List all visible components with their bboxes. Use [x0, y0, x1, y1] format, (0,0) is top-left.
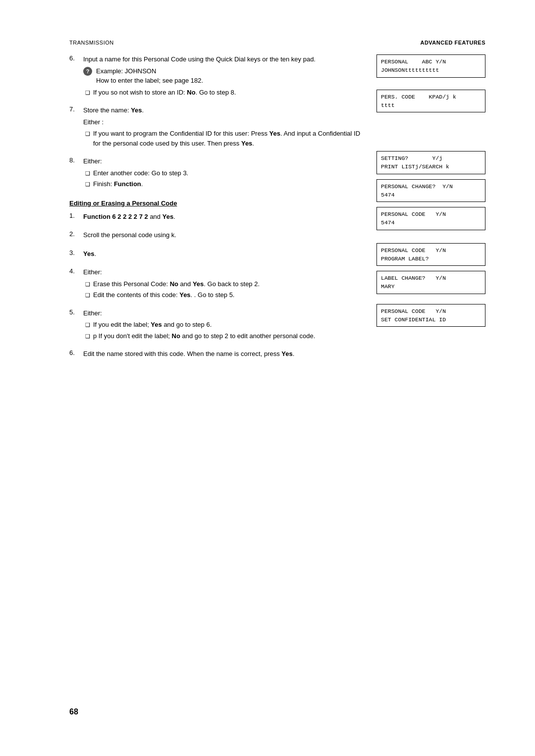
- edit-step-4-sublist: ❑ Erase this Personal Code: No and Yes. …: [85, 279, 362, 300]
- edit-step-5: 5. Either: ❑ If you edit the label; Yes …: [69, 308, 362, 343]
- section-heading: Editing or Erasing a Personal Code: [69, 200, 362, 207]
- step-8-sublist: ❑ Enter another code: Go to step 3. ❑ Fi…: [85, 168, 362, 189]
- header-right: ADVANCED FEATURES: [420, 40, 485, 46]
- step-8-number: 8.: [69, 156, 83, 164]
- right-column: PERSONAL ABC Y/N JOHNSONtttttttttt PERS.…: [376, 54, 485, 368]
- edit-step-5-subitem-2: ❑ p If you don't edit the label; No and …: [85, 331, 362, 341]
- header-left: TRANSMISSION: [69, 40, 114, 46]
- step-7-either: Either :: [83, 117, 362, 127]
- question-icon: ?: [83, 67, 92, 76]
- step-7-subitem-1-text: If you want to program the Confidential …: [93, 129, 362, 148]
- edit-step-4-subitem-2-text: Edit the contents of this code: Yes. . G…: [93, 290, 234, 300]
- step-6-subitem-1-text: If you so not wish to store an ID: No. G…: [93, 88, 236, 98]
- example-text: Example: JOHNSON How to enter the label;…: [96, 66, 203, 86]
- checkbox-icon-7: ❑: [85, 321, 90, 329]
- step-8: 8. Either: ❑ Enter another code: Go to s…: [69, 156, 362, 191]
- edit-step-5-subitem-1: ❑ If you edit the label; Yes and go to s…: [85, 320, 362, 330]
- checkbox-icon-2: ❑: [85, 130, 90, 138]
- edit-step-1-number: 1.: [69, 212, 83, 219]
- edit-step-6-number: 6.: [69, 349, 83, 356]
- step-8-text: Either:: [83, 156, 362, 166]
- step-6-text: Input a name for this Personal Code usin…: [83, 54, 362, 64]
- step-6-subitem-1: ❑ If you so not wish to store an ID: No.…: [85, 88, 362, 98]
- edit-step-1-content: Function 6 2 2 2 2 7 2 and Yes.: [83, 212, 362, 224]
- edit-step-3-text: Yes.: [83, 249, 362, 259]
- checkbox-icon-3: ❑: [85, 169, 90, 178]
- step-7-text: Store the name: Yes.: [83, 105, 362, 115]
- edit-step-4-number: 4.: [69, 267, 83, 275]
- edit-step-4-subitem-2: ❑ Edit the contents of this code: Yes. .…: [85, 290, 362, 300]
- step-7-sublist: ❑ If you want to program the Confidentia…: [85, 129, 362, 148]
- edit-step-1-text: Function 6 2 2 2 2 7 2 and Yes.: [83, 212, 362, 222]
- edit-step-6-content: Edit the name stored with this code. Whe…: [83, 349, 362, 361]
- edit-step-3-number: 3.: [69, 249, 83, 256]
- edit-step-2-text: Scroll the personal code using k.: [83, 230, 362, 240]
- edit-step-3: 3. Yes.: [69, 249, 362, 261]
- edit-step-2-number: 2.: [69, 230, 83, 238]
- main-content: 6. Input a name for this Personal Code u…: [69, 54, 485, 368]
- edit-step-5-subitem-1-text: If you edit the label; Yes and go to ste…: [93, 320, 212, 330]
- step-8-content: Either: ❑ Enter another code: Go to step…: [83, 156, 362, 191]
- edit-step-2: 2. Scroll the personal code using k.: [69, 230, 362, 242]
- step-7-subitem-1: ❑ If you want to program the Confidentia…: [85, 129, 362, 148]
- lcd-step-7-pers-code: PERS. CODE KPAD/j k tttt: [376, 90, 485, 113]
- lcd-edit-step-6: PERSONAL CODE Y/N SET CONFIDENTIAL ID: [376, 304, 485, 327]
- edit-step-5-sublist: ❑ If you edit the label; Yes and go to s…: [85, 320, 362, 341]
- edit-step-3-content: Yes.: [83, 249, 362, 261]
- checkbox-icon-1: ❑: [85, 89, 90, 97]
- edit-step-5-subitem-2-text: p If you don't edit the label; No and go…: [93, 331, 315, 341]
- edit-step-6: 6. Edit the name stored with this code. …: [69, 349, 362, 361]
- step-6: 6. Input a name for this Personal Code u…: [69, 54, 362, 99]
- step-8-subitem-1-text: Enter another code: Go to step 3.: [93, 168, 188, 178]
- step-7: 7. Store the name: Yes. Either : ❑ If yo…: [69, 105, 362, 150]
- lcd-edit-step-1: SETTING? Y/j PRINT LISTj/SEARCH k: [376, 151, 485, 174]
- checkbox-icon-8: ❑: [85, 332, 90, 341]
- checkbox-icon-4: ❑: [85, 180, 90, 189]
- lcd-step-6-personal: PERSONAL ABC Y/N JOHNSONtttttttttt: [376, 54, 485, 78]
- example-line2: How to enter the label; see page 182.: [96, 77, 203, 84]
- step-8-subitem-1: ❑ Enter another code: Go to step 3.: [85, 168, 362, 178]
- edit-step-6-text: Edit the name stored with this code. Whe…: [83, 349, 362, 359]
- checkbox-icon-6: ❑: [85, 291, 90, 300]
- left-column: 6. Input a name for this Personal Code u…: [69, 54, 362, 368]
- edit-step-4-text: Either:: [83, 267, 362, 277]
- step-7-number: 7.: [69, 105, 83, 113]
- page-header: TRANSMISSION ADVANCED FEATURES: [69, 40, 485, 46]
- page-number: 68: [69, 707, 78, 716]
- lcd-edit-step-2: PERSONAL CHANGE? Y/N 5474: [376, 179, 485, 202]
- edit-step-5-text: Either:: [83, 308, 362, 318]
- lcd-edit-step-5: LABEL CHANGE? Y/N MARY: [376, 271, 485, 294]
- lcd-edit-step-4: PERSONAL CODE Y/N PROGRAM LABEL?: [376, 243, 485, 266]
- edit-step-4-content: Either: ❑ Erase this Personal Code: No a…: [83, 267, 362, 302]
- checkbox-icon-5: ❑: [85, 280, 90, 289]
- edit-step-5-number: 5.: [69, 308, 83, 316]
- step-8-subitem-2-text: Finish: Function.: [93, 179, 143, 189]
- edit-step-4: 4. Either: ❑ Erase this Personal Code: N…: [69, 267, 362, 302]
- step-6-sublist: ❑ If you so not wish to store an ID: No.…: [85, 88, 362, 98]
- step-7-content: Store the name: Yes. Either : ❑ If you w…: [83, 105, 362, 150]
- edit-step-5-content: Either: ❑ If you edit the label; Yes and…: [83, 308, 362, 343]
- edit-step-4-subitem-1-text: Erase this Personal Code: No and Yes. Go…: [93, 279, 260, 289]
- edit-step-2-content: Scroll the personal code using k.: [83, 230, 362, 242]
- edit-step-1: 1. Function 6 2 2 2 2 7 2 and Yes.: [69, 212, 362, 224]
- lcd-edit-step-3: PERSONAL CODE Y/N 5474: [376, 207, 485, 230]
- step-6-content: Input a name for this Personal Code usin…: [83, 54, 362, 99]
- step-6-number: 6.: [69, 54, 83, 62]
- edit-step-4-subitem-1: ❑ Erase this Personal Code: No and Yes. …: [85, 279, 362, 289]
- page: TRANSMISSION ADVANCED FEATURES 6. Input …: [0, 0, 535, 756]
- step-8-subitem-2: ❑ Finish: Function.: [85, 179, 362, 189]
- example-line1: Example: JOHNSON: [96, 67, 156, 75]
- example-block: ? Example: JOHNSON How to enter the labe…: [83, 66, 362, 86]
